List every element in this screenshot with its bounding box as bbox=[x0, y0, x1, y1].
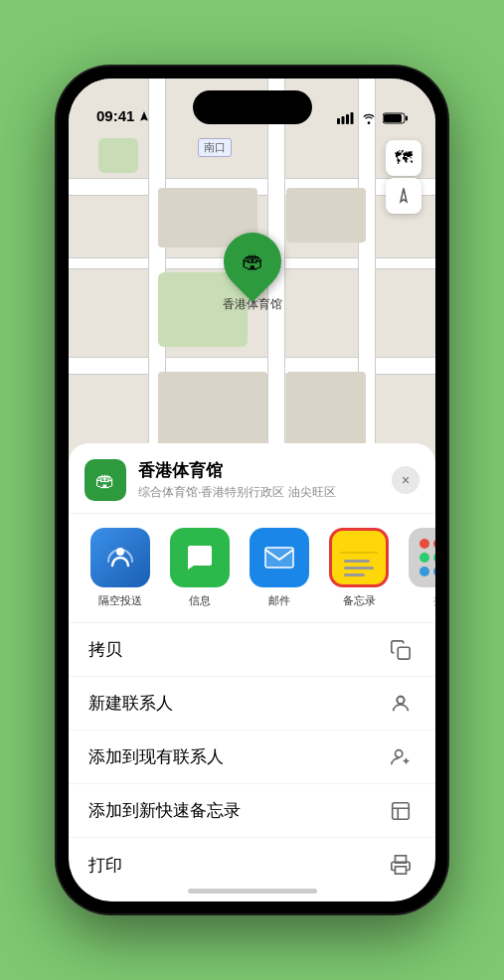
svg-rect-6 bbox=[406, 116, 408, 121]
svg-rect-8 bbox=[265, 548, 293, 568]
location-button[interactable] bbox=[386, 178, 421, 214]
venue-emoji: 🏟 bbox=[95, 469, 115, 492]
battery-icon bbox=[383, 112, 408, 124]
pin-circle: 🏟 bbox=[211, 221, 292, 302]
airdrop-icon bbox=[104, 542, 136, 573]
location-pin: 🏟 香港体育馆 bbox=[223, 233, 282, 313]
phone-frame: 09:41 bbox=[57, 67, 447, 913]
svg-rect-14 bbox=[393, 802, 410, 819]
airdrop-icon-wrap bbox=[90, 528, 150, 587]
svg-rect-5 bbox=[384, 114, 402, 122]
map-layers-icon: 🗺 bbox=[395, 148, 413, 169]
dynamic-island bbox=[193, 90, 312, 124]
status-icons bbox=[337, 112, 408, 124]
share-item-more[interactable]: 提 bbox=[403, 528, 435, 608]
svg-rect-2 bbox=[346, 114, 349, 124]
quick-note-icon bbox=[386, 796, 416, 826]
action-add-contact[interactable]: 添加到现有联系人 bbox=[69, 731, 435, 784]
pin-emoji: 🏟 bbox=[242, 248, 263, 274]
more-icon-wrap bbox=[409, 528, 435, 587]
venue-icon: 🏟 bbox=[84, 459, 126, 501]
close-button[interactable]: × bbox=[392, 466, 420, 494]
svg-point-12 bbox=[397, 696, 404, 703]
home-indicator bbox=[188, 889, 317, 894]
bottom-sheet: 🏟 香港体育馆 综合体育馆·香港特别行政区 油尖旺区 × bbox=[69, 443, 435, 901]
notes-icon-wrap bbox=[329, 528, 389, 587]
copy-icon bbox=[386, 635, 416, 665]
sheet-header: 🏟 香港体育馆 综合体育馆·香港特别行政区 油尖旺区 × bbox=[69, 443, 435, 514]
action-print-label: 打印 bbox=[88, 854, 122, 877]
mail-label: 邮件 bbox=[268, 593, 290, 608]
notes-lines-decoration bbox=[340, 558, 378, 578]
svg-rect-10 bbox=[398, 647, 410, 659]
action-quick-note[interactable]: 添加到新快速备忘录 bbox=[69, 784, 435, 838]
share-item-messages[interactable]: 信息 bbox=[164, 528, 236, 608]
notes-label: 备忘录 bbox=[343, 593, 376, 608]
svg-rect-1 bbox=[342, 116, 345, 124]
venue-info: 香港体育馆 综合体育馆·香港特别行政区 油尖旺区 bbox=[138, 459, 392, 501]
action-copy[interactable]: 拷贝 bbox=[69, 623, 435, 677]
venue-name: 香港体育馆 bbox=[138, 459, 392, 482]
map-road-label: 南口 bbox=[198, 138, 232, 157]
share-row: 隔空投送 信息 bbox=[69, 514, 435, 623]
new-contact-icon bbox=[386, 689, 416, 719]
messages-icon-wrap bbox=[170, 528, 230, 587]
svg-point-13 bbox=[396, 749, 403, 756]
svg-rect-16 bbox=[396, 867, 407, 874]
map-layers-button[interactable]: 🗺 bbox=[386, 140, 421, 176]
messages-icon bbox=[184, 542, 216, 573]
action-list: 拷贝 新建联系人 bbox=[69, 623, 435, 892]
print-icon bbox=[386, 850, 416, 880]
messages-label: 信息 bbox=[189, 593, 211, 608]
venue-subtitle: 综合体育馆·香港特别行政区 油尖旺区 bbox=[138, 484, 392, 501]
phone-screen: 09:41 bbox=[69, 79, 435, 901]
action-print[interactable]: 打印 bbox=[69, 838, 435, 892]
action-new-contact-label: 新建联系人 bbox=[88, 692, 173, 715]
action-quick-note-label: 添加到新快速备忘录 bbox=[88, 799, 241, 822]
status-time: 09:41 bbox=[96, 107, 134, 124]
close-icon: × bbox=[402, 472, 410, 488]
map-controls: 🗺 bbox=[386, 140, 421, 214]
action-new-contact[interactable]: 新建联系人 bbox=[69, 677, 435, 731]
share-item-notes[interactable]: 备忘录 bbox=[323, 528, 395, 608]
mail-icon-wrap bbox=[250, 528, 309, 587]
svg-rect-3 bbox=[351, 112, 354, 124]
location-arrow-icon bbox=[138, 110, 150, 122]
signal-icon bbox=[337, 112, 355, 124]
airdrop-label: 隔空投送 bbox=[98, 593, 142, 608]
wifi-icon bbox=[361, 112, 377, 124]
action-add-contact-label: 添加到现有联系人 bbox=[88, 745, 224, 768]
svg-rect-0 bbox=[337, 118, 340, 124]
add-contact-icon bbox=[386, 742, 416, 772]
location-icon bbox=[395, 187, 413, 205]
more-label: 提 bbox=[433, 593, 436, 608]
share-item-mail[interactable]: 邮件 bbox=[244, 528, 315, 608]
action-copy-label: 拷贝 bbox=[88, 638, 122, 661]
share-item-airdrop[interactable]: 隔空投送 bbox=[84, 528, 156, 608]
mail-icon bbox=[263, 544, 295, 572]
